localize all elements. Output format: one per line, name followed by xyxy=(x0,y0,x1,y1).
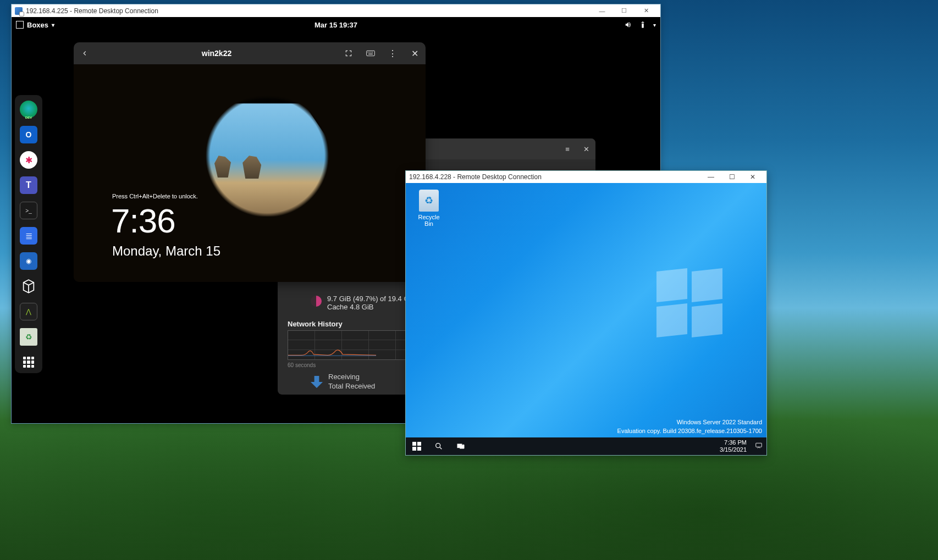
action-center-button[interactable] xyxy=(751,442,766,451)
watermark-edition: Windows Server 2022 Standard xyxy=(617,418,762,426)
svg-rect-5 xyxy=(368,54,373,54)
svg-rect-12 xyxy=(756,443,762,447)
dock-outlook[interactable] xyxy=(20,126,37,143)
windows-logo xyxy=(656,270,722,336)
maximize-button[interactable]: ☐ xyxy=(721,171,742,183)
rdp-outer-title: 192.168.4.225 - Remote Desktop Connectio… xyxy=(26,7,158,15)
start-button[interactable] xyxy=(406,437,428,455)
dock-teams[interactable] xyxy=(20,176,37,194)
gnome-clock[interactable]: Mar 15 19:37 xyxy=(314,21,357,29)
minimize-button[interactable]: — xyxy=(700,171,721,183)
gnome-top-bar: Boxes ▾ Mar 15 19:37 ▾ xyxy=(12,17,660,32)
dock-text-editor[interactable] xyxy=(20,227,37,245)
svg-rect-2 xyxy=(369,52,369,52)
close-icon[interactable]: ✕ xyxy=(577,140,595,158)
close-button[interactable]: ✕ xyxy=(635,5,657,17)
axis-label-left: 60 seconds xyxy=(288,362,316,368)
dock-system-monitor[interactable] xyxy=(20,303,37,320)
rdp-inner-titlebar[interactable]: 192.168.4.228 - Remote Desktop Connectio… xyxy=(406,171,766,183)
boxes-vm-display[interactable]: Press Ctrl+Alt+Delete to unlock. 7:36 Mo… xyxy=(74,64,426,282)
rdp-icon xyxy=(15,7,23,15)
rdp-outer-titlebar[interactable]: 192.168.4.225 - Remote Desktop Connectio… xyxy=(12,4,660,17)
gnome-app-name: Boxes xyxy=(27,21,48,29)
taskbar-date: 3/15/2021 xyxy=(720,446,747,453)
task-view-button[interactable] xyxy=(450,437,472,455)
search-button[interactable] xyxy=(428,437,450,455)
chevron-down-icon: ▾ xyxy=(653,22,656,28)
minimize-button[interactable]: — xyxy=(591,5,613,17)
boxes-vm-title: win2k22 xyxy=(96,49,338,58)
hamburger-menu-icon[interactable]: ≡ xyxy=(558,140,577,158)
back-button[interactable] xyxy=(76,45,93,62)
svg-rect-4 xyxy=(372,52,373,52)
remote-desktop-viewport[interactable]: Recycle Bin Windows Server 2022 Standard… xyxy=(406,183,766,455)
svg-rect-9 xyxy=(417,447,421,451)
receiving-label: Receiving xyxy=(328,373,375,382)
windows-watermark: Windows Server 2022 Standard Evaluation … xyxy=(617,418,762,435)
boxes-vm-window: win2k22 ⋮ ✕ Press Ctrl+Alt+Delete to unl… xyxy=(74,42,426,282)
power-icon xyxy=(639,21,647,29)
dock-edge-dev[interactable] xyxy=(20,101,37,118)
rdp-inner-title: 192.168.4.228 - Remote Desktop Connectio… xyxy=(409,173,542,181)
taskbar-clock[interactable]: 7:36 PM 3/15/2021 xyxy=(715,439,751,453)
svg-rect-7 xyxy=(417,442,421,446)
gnome-system-tray[interactable]: ▾ xyxy=(625,21,656,29)
memory-pie-icon xyxy=(311,296,322,307)
boxes-vm-header[interactable]: win2k22 ⋮ ✕ xyxy=(74,42,426,64)
lock-screen-date: Monday, March 15 xyxy=(112,243,220,259)
recycle-bin-icon[interactable]: Recycle Bin xyxy=(413,190,444,227)
boxes-app-icon xyxy=(16,21,24,29)
rdp-window-inner: 192.168.4.228 - Remote Desktop Connectio… xyxy=(405,170,767,456)
watermark-build: Evaluation copy. Build 20308.fe_release.… xyxy=(617,427,762,435)
volume-icon xyxy=(625,21,632,29)
download-arrow-icon xyxy=(311,376,323,388)
svg-rect-8 xyxy=(412,447,416,451)
memory-usage-text: 9.7 GiB (49.7%) of 19.4 GiB xyxy=(327,295,416,303)
dock-slack[interactable] xyxy=(20,151,37,169)
kebab-menu-button[interactable]: ⋮ xyxy=(384,45,401,62)
memory-cache-text: Cache 4.8 GiB xyxy=(327,303,416,311)
maximize-button[interactable]: ☐ xyxy=(613,5,635,17)
dock-boxes[interactable] xyxy=(20,278,37,295)
chevron-down-icon: ▾ xyxy=(52,22,54,28)
svg-rect-6 xyxy=(412,442,416,446)
lock-screen-time: 7:36 xyxy=(111,201,175,240)
svg-rect-1 xyxy=(368,52,368,52)
fullscreen-button[interactable] xyxy=(340,45,357,62)
svg-point-10 xyxy=(436,443,440,448)
svg-rect-0 xyxy=(367,51,375,56)
dock-trash[interactable] xyxy=(20,328,37,346)
dock-screenshot[interactable] xyxy=(20,252,37,270)
lock-screen-hint: Press Ctrl+Alt+Delete to unlock. xyxy=(112,193,198,199)
recycle-bin-glyph xyxy=(419,190,439,212)
dock-terminal[interactable] xyxy=(20,202,37,219)
taskbar-time: 7:36 PM xyxy=(720,439,747,446)
close-button[interactable]: ✕ xyxy=(742,171,763,183)
gnome-dock xyxy=(15,95,42,373)
svg-rect-3 xyxy=(371,52,371,52)
total-received-label: Total Received xyxy=(328,382,375,391)
recycle-bin-label: Recycle Bin xyxy=(413,214,444,227)
dock-show-apps[interactable] xyxy=(23,357,34,368)
keyboard-button[interactable] xyxy=(362,45,379,62)
windows-taskbar: 7:36 PM 3/15/2021 xyxy=(406,437,766,455)
gnome-app-menu[interactable]: Boxes ▾ xyxy=(16,21,54,29)
close-button[interactable]: ✕ xyxy=(406,45,423,62)
